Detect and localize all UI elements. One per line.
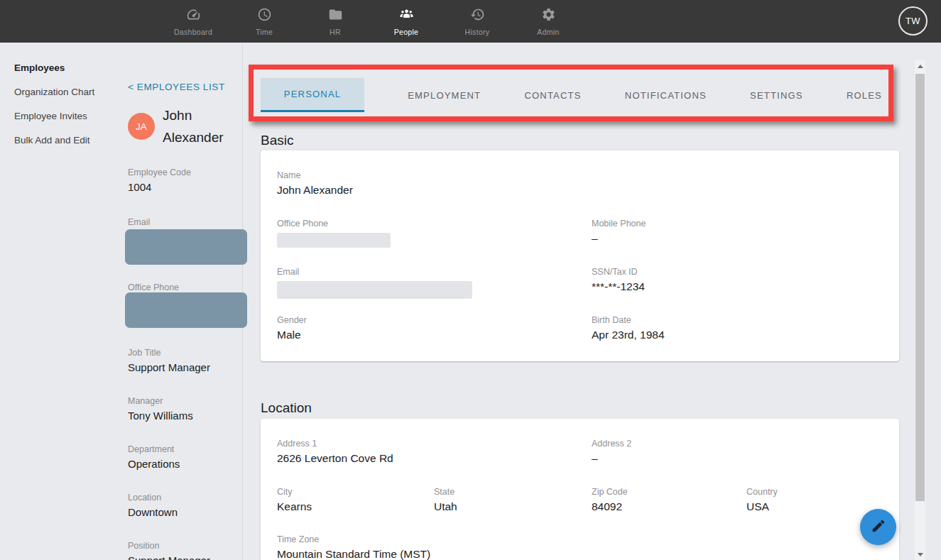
field-ssn: SSN/Tax ID ***-**-1234	[592, 267, 645, 293]
back-to-employees-list-link[interactable]: < EMPLOYEES LIST	[128, 82, 243, 92]
sidebar-item-bulk-add-edit[interactable]: Bulk Add and Edit	[14, 135, 121, 146]
field-timezone: Time Zone Mountain Standard Time (MST)	[277, 534, 430, 560]
location-card: Address 1 2626 Leverton Cove Rd Address …	[261, 419, 899, 560]
sidebar-item-employees[interactable]: Employees	[14, 62, 121, 73]
basic-section-title: Basic	[261, 133, 293, 148]
employee-header: JA John Alexander	[128, 104, 243, 148]
nav-item-dashboard[interactable]: Dashboard	[158, 0, 229, 43]
scrollbar-thumb[interactable]	[915, 74, 925, 501]
arrow-down-icon	[918, 553, 923, 556]
sidebar-item-organization-chart[interactable]: Organization Chart	[14, 87, 121, 97]
tab-settings[interactable]: SETTINGS	[750, 78, 803, 112]
basic-card: Name John Alexander Office Phone Mobile …	[261, 150, 899, 361]
field-zip: Zip Code 84092	[592, 487, 628, 513]
tab-personal[interactable]: PERSONAL	[261, 78, 364, 112]
location-section-title: Location	[261, 400, 312, 416]
nav-item-people[interactable]: People	[371, 0, 442, 43]
nav-label: History	[465, 28, 490, 36]
field-mobile-phone: Mobile Phone –	[592, 219, 646, 245]
nav-item-admin[interactable]: Admin	[513, 0, 584, 43]
field-email-basic: Email	[277, 267, 472, 299]
tab-roles[interactable]: ROLES	[847, 78, 882, 112]
user-avatar[interactable]: TW	[898, 6, 928, 35]
pencil-icon	[871, 518, 886, 537]
nav-label: People	[394, 28, 419, 36]
field-city: City Kearns	[277, 487, 312, 513]
tab-bar: PERSONAL EMPLOYMENT CONTACTS NOTIFICATIO…	[261, 78, 893, 112]
nav-label: Dashboard	[174, 28, 212, 36]
field-gender: Gender Male	[277, 315, 307, 341]
main-content: PERSONAL EMPLOYMENT CONTACTS NOTIFICATIO…	[242, 43, 941, 560]
field-state: State Utah	[434, 487, 457, 513]
top-navigation-bar: Dashboard Time HR People History Admin T…	[0, 0, 941, 43]
nav-item-time[interactable]: Time	[229, 0, 300, 43]
field-name: Name John Alexander	[277, 170, 353, 197]
field-address2: Address 2 –	[592, 439, 631, 465]
employee-avatar: JA	[128, 113, 155, 140]
scrollbar-down-button[interactable]	[915, 549, 925, 560]
tab-notifications[interactable]: NOTIFICATIONS	[625, 78, 707, 112]
arrow-up-icon	[918, 65, 923, 68]
sidebar-item-employee-invites[interactable]: Employee Invites	[14, 111, 121, 121]
nav-item-history[interactable]: History	[442, 0, 513, 43]
field-birth-date: Birth Date Apr 23rd, 1984	[592, 315, 665, 341]
tab-employment[interactable]: EMPLOYMENT	[408, 78, 481, 112]
folder-icon	[328, 7, 343, 25]
redaction-box-office-phone	[125, 292, 247, 328]
field-address1: Address 1 2626 Leverton Cove Rd	[277, 439, 393, 465]
nav-item-hr[interactable]: HR	[300, 0, 371, 43]
gear-icon	[541, 7, 556, 25]
redacted-office-phone-value	[277, 233, 391, 248]
nav-label: Admin	[537, 28, 559, 36]
employee-name: John Alexander	[163, 104, 224, 148]
employee-summary-panel: < EMPLOYEES LIST JA John Alexander Emplo…	[121, 43, 243, 560]
people-icon	[399, 7, 414, 25]
gauge-icon	[186, 7, 201, 25]
nav-label: HR	[330, 28, 341, 36]
tab-contacts[interactable]: CONTACTS	[524, 78, 581, 112]
redaction-box-email	[125, 229, 247, 265]
scrollbar-up-button[interactable]	[915, 60, 925, 72]
left-sidebar: Employees Organization Chart Employee In…	[0, 43, 121, 159]
nav-label: Time	[256, 28, 273, 36]
vertical-scrollbar[interactable]	[915, 60, 925, 560]
redacted-email-value	[277, 281, 472, 299]
edit-fab-button[interactable]	[860, 509, 896, 545]
clock-icon	[257, 7, 272, 25]
history-icon	[470, 7, 485, 25]
field-country: Country USA	[746, 487, 778, 513]
nav-items: Dashboard Time HR People History Admin	[158, 0, 584, 43]
field-office-phone-basic: Office Phone	[277, 219, 391, 248]
